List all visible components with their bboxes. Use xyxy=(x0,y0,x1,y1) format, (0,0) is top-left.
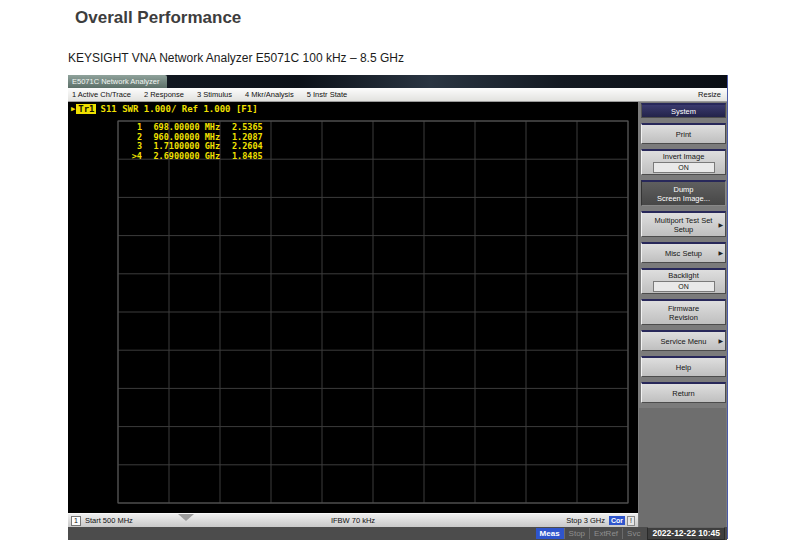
datetime-display: 2022-12-22 10:45 xyxy=(647,527,725,540)
plot-column: ▶ Tr1 S11 SWR 1.000/ Ref 1.000 [F1] 1698… xyxy=(68,102,638,527)
svc-status-label: Svc xyxy=(622,528,644,539)
softkey-label: System xyxy=(671,107,696,116)
trace-badge[interactable]: Tr1 xyxy=(76,104,96,114)
stop-status-label: Stop xyxy=(564,528,589,539)
marker-table: 1698.00000 MHz2.53652960.00000 MHz1.2087… xyxy=(126,123,263,161)
page: Overall Performance KEYSIGHT VNA Network… xyxy=(0,0,790,549)
marker-4-freq: 2.6900000 GHz xyxy=(148,152,220,162)
submenu-arrow-icon: ▶ xyxy=(718,249,723,258)
trace-format-text: S11 SWR 1.000/ Ref 1.000 [F1] xyxy=(100,104,257,114)
marker-4-val: 1.8485 xyxy=(232,152,263,162)
softkey-help[interactable]: Help xyxy=(641,356,726,377)
marker-4-num: >4 xyxy=(126,152,142,162)
softkey-invert-image[interactable]: Invert ImageON xyxy=(641,149,726,175)
menu-item-resize[interactable]: Resize xyxy=(698,90,721,99)
softkey-label: Multiport Test Set xyxy=(655,216,713,225)
marker-row-4: >42.6900000 GHz1.8485 xyxy=(126,152,263,162)
softkey-label: Print xyxy=(676,130,691,139)
correction-badge: Cor xyxy=(609,516,625,525)
window-titlebar[interactable]: E5071C Network Analyzer xyxy=(68,75,727,88)
warning-indicator: ! xyxy=(627,516,635,526)
swr-plot: ▶ Tr1 S11 SWR 1.000/ Ref 1.000 [F1] 1698… xyxy=(68,102,638,513)
softkey-service-menu[interactable]: Service Menu▶ xyxy=(641,330,726,351)
vna-window: E5071C Network Analyzer 1 Active Ch/Trac… xyxy=(68,75,728,539)
extref-status-label: ExtRef xyxy=(589,528,622,539)
ifbw-label[interactable]: IFBW 70 kHz xyxy=(68,516,638,525)
softkey-sidebar: SystemPrintInvert ImageONDumpScreen Imag… xyxy=(638,102,727,527)
window-title: E5071C Network Analyzer xyxy=(68,75,167,88)
softkey-return[interactable]: Return xyxy=(641,382,726,403)
menu-bar: 1 Active Ch/Trace2 Response3 Stimulus4 M… xyxy=(68,88,727,102)
menu-item-5[interactable]: 5 Instr State xyxy=(307,90,347,99)
page-subtitle: KEYSIGHT VNA Network Analyzer E5071C 100… xyxy=(68,51,404,65)
submenu-arrow-icon: ▶ xyxy=(718,220,723,229)
softkey-label: Misc Setup xyxy=(665,249,702,258)
swr-chart-canvas xyxy=(68,102,638,513)
active-trace-pointer-icon: ▶ xyxy=(71,105,75,113)
meas-status-badge: Meas xyxy=(536,528,564,539)
instrument-status-bar: Meas Stop ExtRef Svc 2022-12-22 10:45 xyxy=(68,527,727,540)
softkey-label: Help xyxy=(676,363,691,372)
sweep-position-icon xyxy=(178,514,194,521)
menu-item-3[interactable]: 3 Stimulus xyxy=(197,90,232,99)
softkey-backlight[interactable]: BacklightON xyxy=(641,268,726,294)
softkey-label: Screen Image... xyxy=(657,194,710,203)
softkey-dump-screen-image[interactable]: DumpScreen Image... xyxy=(641,180,726,206)
softkey-toggle-state[interactable]: ON xyxy=(653,281,715,292)
channel-status-bar: 1 Start 500 MHz IFBW 70 kHz Stop 3 GHz C… xyxy=(68,513,638,527)
softkey-label: Service Menu xyxy=(661,337,707,346)
softkey-label: Setup xyxy=(674,225,694,234)
softkey-multiport-test-set-setup[interactable]: Multiport Test SetSetup▶ xyxy=(641,211,726,237)
menu-item-1[interactable]: 1 Active Ch/Trace xyxy=(72,90,131,99)
softkey-label: Backlight xyxy=(668,271,698,280)
menu-item-2[interactable]: 2 Response xyxy=(144,90,184,99)
softkey-misc-setup[interactable]: Misc Setup▶ xyxy=(641,242,726,263)
softkey-label: Firmware xyxy=(668,304,699,313)
sidebar-empty-area xyxy=(639,408,726,527)
softkey-print[interactable]: Print xyxy=(641,123,726,144)
softkey-label: Dump xyxy=(673,185,693,194)
softkey-label: Revision xyxy=(669,313,698,322)
main-row: ▶ Tr1 S11 SWR 1.000/ Ref 1.000 [F1] 1698… xyxy=(68,102,727,527)
submenu-arrow-icon: ▶ xyxy=(718,337,723,346)
trace-status-line: ▶ Tr1 S11 SWR 1.000/ Ref 1.000 [F1] xyxy=(71,104,258,114)
softkey-label: Return xyxy=(672,389,695,398)
softkey-toggle-state[interactable]: ON xyxy=(653,162,715,173)
softkey-label: Invert Image xyxy=(663,152,705,161)
stop-frequency-label[interactable]: Stop 3 GHz xyxy=(566,516,605,525)
page-title: Overall Performance xyxy=(75,8,241,28)
softkey-firmware-revision[interactable]: FirmwareRevision xyxy=(641,299,726,325)
menu-item-4[interactable]: 4 Mkr/Analysis xyxy=(245,90,294,99)
softkey-system[interactable]: System xyxy=(641,103,726,118)
